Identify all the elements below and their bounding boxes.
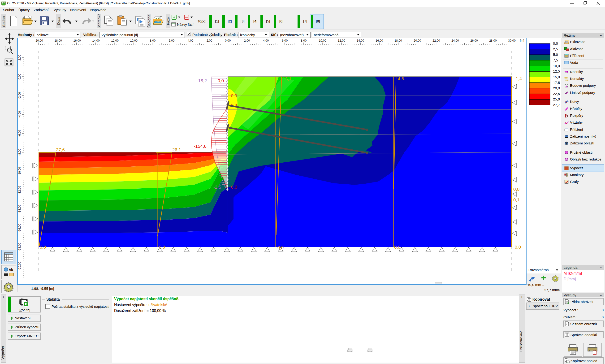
svg-text:7,5: 7,5 <box>553 58 558 62</box>
svg-text:-8,00: -8,00 <box>149 39 156 42</box>
svg-text:16,00: 16,00 <box>375 39 383 42</box>
svg-text:-18,00: -18,00 <box>18 243 21 251</box>
svg-text:27,7: 27,7 <box>553 103 560 107</box>
svg-text:0,0: 0,0 <box>513 187 519 192</box>
svg-text:0,00: 0,00 <box>225 39 231 42</box>
svg-text:-4,00: -4,00 <box>18 111 21 118</box>
svg-text:5,0: 5,0 <box>553 52 558 56</box>
svg-text:-2,00: -2,00 <box>206 39 212 42</box>
svg-text:27,6: 27,6 <box>56 147 65 152</box>
svg-text:6,00: 6,00 <box>282 39 288 42</box>
svg-text:-10,00: -10,00 <box>129 39 137 42</box>
svg-text:-2,5: -2,5 <box>213 185 221 190</box>
svg-text:-20,00: -20,00 <box>35 39 43 42</box>
svg-text:20,0: 20,0 <box>553 86 560 90</box>
svg-text:Ab: Ab <box>9 268 13 272</box>
svg-text:0,0: 0,0 <box>231 93 237 98</box>
svg-text:-18,2: -18,2 <box>197 78 207 83</box>
svg-text:-12,00: -12,00 <box>110 39 118 42</box>
svg-text:-10,00: -10,00 <box>18 167 21 175</box>
svg-text:-4,00: -4,00 <box>187 39 193 42</box>
svg-text:28,00: 28,00 <box>489 39 497 42</box>
svg-text:-18,00: -18,00 <box>53 39 62 42</box>
svg-text:0,0: 0,0 <box>218 78 224 83</box>
svg-text:13,1: 13,1 <box>283 76 291 81</box>
svg-text:22,00: 22,00 <box>433 39 440 42</box>
svg-text:-12,00: -12,00 <box>18 186 21 194</box>
svg-text:30,00: 30,00 <box>508 39 515 42</box>
svg-text:25,0: 25,0 <box>553 97 560 101</box>
svg-text:0,0: 0,0 <box>40 245 46 250</box>
svg-text:14,00: 14,00 <box>357 39 364 42</box>
svg-text:-16,00: -16,00 <box>18 224 21 232</box>
svg-text:12,00: 12,00 <box>338 39 345 42</box>
svg-text:10,0: 10,0 <box>553 64 560 68</box>
svg-text:[m]: [m] <box>520 39 524 42</box>
svg-text:20,00: 20,00 <box>413 39 421 42</box>
svg-text:10,00: 10,00 <box>319 39 326 42</box>
svg-text:2,00: 2,00 <box>18 55 21 61</box>
svg-text:0,00: 0,00 <box>18 74 21 79</box>
svg-text:0,0: 0,0 <box>394 245 400 250</box>
svg-text:-14,00: -14,00 <box>91 39 100 42</box>
svg-text:22,5: 22,5 <box>553 92 560 96</box>
svg-text:0,0: 0,0 <box>231 185 237 190</box>
svg-text:-16,00: -16,00 <box>72 39 81 42</box>
svg-text:24,00: 24,00 <box>451 39 459 42</box>
svg-text:26,00: 26,00 <box>470 39 478 42</box>
svg-text:-6,00: -6,00 <box>18 130 21 137</box>
svg-text:15,0: 15,0 <box>553 75 560 79</box>
svg-text:-6,00: -6,00 <box>168 39 175 42</box>
svg-text:0,0: 0,0 <box>553 41 558 45</box>
svg-text:0,0: 0,0 <box>159 245 165 250</box>
svg-text:8,00: 8,00 <box>301 39 307 42</box>
svg-text:-8,00: -8,00 <box>18 149 21 156</box>
svg-text:-2,00: -2,00 <box>18 92 21 99</box>
svg-text:-14,00: -14,00 <box>18 205 21 213</box>
svg-text:1,4: 1,4 <box>516 76 522 81</box>
svg-text:12,5: 12,5 <box>553 69 560 73</box>
svg-text:-154,6: -154,6 <box>194 144 206 149</box>
svg-text:2,5: 2,5 <box>553 47 558 51</box>
svg-text:26,1: 26,1 <box>172 147 181 152</box>
svg-text:0,0: 0,0 <box>515 245 521 250</box>
svg-text:0,1: 0,1 <box>513 197 519 202</box>
svg-text:4,00: 4,00 <box>263 39 269 42</box>
svg-text:18,00: 18,00 <box>394 39 402 42</box>
svg-text:2,00: 2,00 <box>244 39 250 42</box>
svg-text:17,5: 17,5 <box>553 81 560 85</box>
svg-text:4,8: 4,8 <box>398 76 404 81</box>
svg-text:-20,00: -20,00 <box>18 262 21 270</box>
